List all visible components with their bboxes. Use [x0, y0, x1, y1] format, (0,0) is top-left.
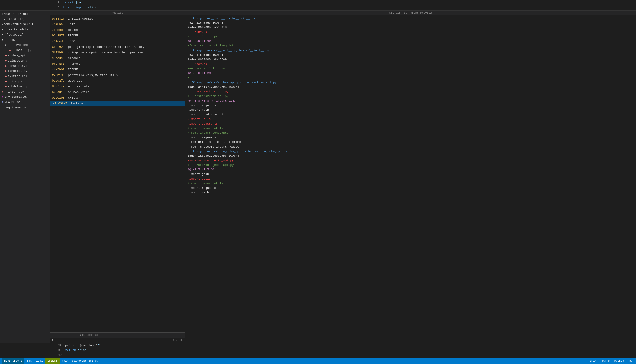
sidebar-item-coingecko[interactable]: ◆ coingecko_a — [0, 58, 50, 64]
sidebar-item-twitter[interactable]: ◆ twitter_api — [0, 74, 50, 79]
commit-msg: README — [68, 68, 79, 72]
code-40-content — [65, 353, 67, 358]
commit-cbe5b60[interactable]: cbe5b60 README — [50, 67, 184, 73]
diff-line: --- a/src/coingecko_api.py — [187, 158, 633, 163]
sidebar-label-src: ]src/ — [7, 38, 16, 42]
diff-line: @@ -0,0 +1 @@ — [187, 71, 633, 76]
sidebar-item-market-data[interactable]: ▶ [ ]market-data — [0, 27, 50, 32]
sidebar-label-constants: constants.p — [8, 64, 27, 68]
sidebar-item-outputs[interactable]: ▶ [ ]outputs/ — [0, 32, 50, 38]
status-encoding: unix | utf-8 — [588, 358, 612, 364]
commit-6eef02a[interactable]: 6eef02a plotly;multiple inheritance;plot… — [50, 44, 184, 50]
commit-c52c815[interactable]: c52c815 arkham utils — [50, 90, 184, 95]
commit-3819b95[interactable]: 3819b95 coingecko endpoint rename;handle… — [50, 50, 184, 56]
arrow-icon: ▶ — [2, 33, 3, 37]
sidebar-item-src[interactable]: ▼ [ ]src/ — [0, 38, 50, 43]
sidebar-help: Press ? for help — [0, 12, 50, 17]
commit-msg: README — [68, 34, 79, 38]
commit-hash: 7c039a7 — [55, 101, 71, 106]
commit-c8dc3c6[interactable]: c8dc3c6 cleanup — [50, 56, 184, 61]
file-py-icon: ◆ — [5, 58, 7, 63]
sidebar-item-init-root[interactable]: ◆ __init__.py — [0, 90, 50, 95]
sidebar-item-langplot[interactable]: ◆ langplot.py — [0, 68, 50, 74]
diff-line: index 0000000..8b13789 — [187, 58, 633, 62]
sidebar-updir[interactable]: .. (up a dir) — [0, 17, 50, 22]
diff-line: +from. import constants — [187, 131, 633, 135]
sidebar-item-readme[interactable]: ≡ README.md — [0, 100, 50, 105]
status-percent: 55% — [25, 358, 34, 364]
help-text: Press ? for help — [2, 12, 30, 17]
sidebar-item-requirements[interactable]: ≡ requirements. — [0, 105, 50, 110]
scroll-label: 4% — [629, 360, 632, 363]
commit-e15e2b8[interactable]: e15e2b8 twitter — [50, 95, 184, 101]
diff-line: +from . import utils — [187, 181, 633, 186]
diff-line: +from . import utils — [187, 126, 633, 131]
commit-badda7b[interactable]: badda7b webdrive — [50, 78, 184, 84]
diff-line: import requests — [187, 135, 633, 140]
percent-label: 55% — [27, 360, 32, 363]
commit-cb9faf1[interactable]: cb9faf1 --amend — [50, 61, 184, 67]
diff-line: from functools import reduce — [187, 145, 633, 149]
commit-hash: c52c815 — [52, 90, 68, 95]
line-num-38: 38 — [50, 344, 62, 348]
status-filetype: python — [612, 358, 626, 364]
sidebar-label-coingecko: coingecko_a — [8, 58, 27, 63]
commit-msg: Package — [71, 101, 83, 106]
commit-8737f49[interactable]: 8737f49 env template — [50, 84, 184, 90]
arrow-icon: ▼ — [5, 44, 7, 47]
sidebar-item-env[interactable]: ◆ env_template. — [0, 94, 50, 100]
commit-msg: twitter — [68, 96, 81, 100]
commit-hash: 6eef02a — [52, 45, 68, 50]
commit-e34ccd5[interactable]: e34ccd5 TODO — [50, 39, 184, 44]
diff-line: import pandas as pd — [187, 112, 633, 117]
pipe-sep: | — [69, 360, 71, 363]
sidebar-item-utils[interactable]: ◆ utils.py — [0, 79, 50, 84]
sidebar-item-init-pycache[interactable]: ◆ __init__.py — [0, 48, 50, 53]
file-md-icon: ≡ — [2, 100, 4, 105]
git-commits-bar: ──────────────── Git Commits ───────────… — [50, 332, 184, 338]
file-py-icon: ◆ — [9, 48, 11, 53]
arrow-icon: ▶ — [2, 28, 3, 32]
commit-92d2577[interactable]: 92d2577 README — [50, 33, 184, 39]
sidebar-item-webdrive[interactable]: ◆ webdrive.py — [0, 84, 50, 90]
position-label: 11:1 — [36, 360, 43, 363]
folder-icon: [ — [4, 38, 6, 42]
commit-7c4bcd3[interactable]: 7c4bcd3 gitkeep — [50, 27, 184, 33]
commit-msg: webdrive — [68, 78, 82, 83]
commit-msg: coingecko endpoint rename;handle upperca… — [68, 50, 143, 55]
mode-label: INSERT — [48, 360, 57, 363]
diff-line: -import utils — [187, 177, 633, 181]
git-input-row: > 16 / 16 — [50, 338, 184, 343]
bottom-code: 38 price = json.load(f) 39 return price … — [0, 343, 636, 358]
commit-hash: 3819b95 — [52, 50, 68, 55]
diff-content: diff --git a/__init__.py b/__init__.py n… — [185, 15, 636, 343]
sidebar-item-constants[interactable]: ◆ constants.p — [0, 64, 50, 69]
diff-title: ──────────────────── Git Diff to Parent … — [185, 11, 636, 15]
commit-hash: cbe5b60 — [52, 68, 68, 72]
status-bar: NERD_tree_2 55% 11:1 INSERT main | coing… — [0, 358, 636, 364]
filetype-label: python — [614, 360, 624, 363]
commit-f28b198[interactable]: f28b198 portfolio vals;twitter utils — [50, 73, 184, 78]
diff-panel: ──────────────────── Git Diff to Parent … — [185, 11, 636, 343]
sidebar-label-init-pycache: __init__.py — [12, 48, 32, 53]
results-title: ─────────────────────── Results ────────… — [50, 11, 184, 15]
commit-5b8381f[interactable]: 5b8381f Initial commit — [50, 16, 184, 22]
diff-line: @@ -3,8 +3,8 @@ import time — [187, 99, 633, 103]
git-search-input[interactable] — [55, 338, 171, 342]
sidebar: Press ? for help .. (up a dir) /home/azu… — [0, 11, 50, 343]
diff-line: new file mode 100644 — [187, 53, 633, 58]
arrow-icon: ▼ — [2, 38, 3, 42]
commit-7140ba0[interactable]: 7140ba0 Init — [50, 22, 184, 27]
folder-icon: [ — [7, 43, 9, 48]
sidebar-label-webdrive: webdrive.py — [8, 84, 27, 89]
file-py-icon: ◆ — [5, 84, 7, 89]
results-panel: ─────────────────────── Results ────────… — [50, 11, 185, 343]
file-py-icon: ◆ — [2, 90, 4, 94]
diff-line: --- a/src/arkham_api.py — [187, 90, 633, 94]
commit-msg: gitkeep — [68, 28, 81, 32]
diff-title-text: Git Diff to Parent Preview — [389, 12, 432, 14]
sidebar-item-arkham[interactable]: ◆ arkham_api. — [0, 53, 50, 58]
commit-7c039a7[interactable]: > 7c039a7 Package — [50, 101, 184, 106]
sidebar-item-pycache[interactable]: ▼ [ ]__pycache__ — [0, 42, 50, 48]
commit-hash: 8737f49 — [52, 84, 68, 89]
